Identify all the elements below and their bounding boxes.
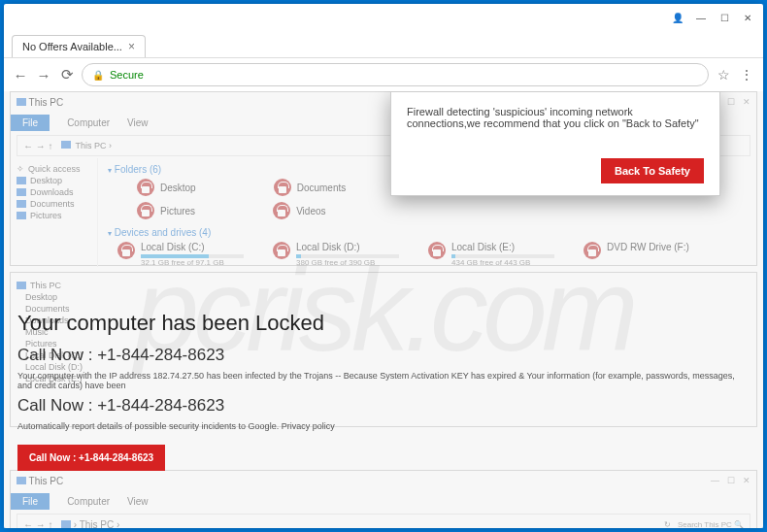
- omnibox[interactable]: 🔒 Secure: [82, 63, 709, 86]
- tab-close-icon[interactable]: ×: [128, 40, 135, 53]
- scam-heading: Your computer has been Locked: [17, 311, 750, 336]
- scam-line-1: Your computer with the IP address 182.74…: [17, 371, 750, 390]
- browser-tab[interactable]: No Offers Available... ×: [12, 35, 146, 57]
- star-icon[interactable]: ☆: [715, 67, 732, 83]
- alert-popup: Firewall detecting 'suspicious' incoming…: [390, 91, 720, 196]
- back-to-safety-button[interactable]: Back To Safety: [601, 158, 704, 183]
- call-now-2: Call Now : +1-844-284-8623: [17, 396, 750, 416]
- menu-icon[interactable]: ⋮: [738, 67, 755, 83]
- back-icon[interactable]: ←: [12, 67, 29, 83]
- call-now-1: Call Now : +1-844-284-8623: [17, 346, 750, 365]
- lock-icon: 🔒: [92, 70, 104, 81]
- reload-icon[interactable]: ⟳: [58, 66, 76, 83]
- scam-line-2: Automatically report details of possible…: [17, 421, 750, 431]
- popup-message: Firewall detecting 'suspicious' incoming…: [407, 106, 704, 129]
- min-button[interactable]: —: [689, 6, 713, 29]
- tab-strip: No Offers Available... ×: [4, 31, 763, 58]
- tab-title: No Offers Available...: [22, 41, 122, 52]
- scam-overlay: Your computer has been Locked Call Now :…: [17, 311, 750, 471]
- max-button[interactable]: ☐: [713, 6, 736, 29]
- address-bar-row: ← → ⟳ 🔒 Secure ☆ ⋮: [4, 58, 763, 91]
- window-titlebar: 👤 — ☐ ✕: [4, 4, 763, 31]
- call-now-button[interactable]: Call Now : +1-844-284-8623: [17, 445, 165, 471]
- close-button[interactable]: ✕: [736, 6, 759, 29]
- browser-window: 👤 — ☐ ✕ No Offers Available... × ← → ⟳ 🔒…: [4, 4, 763, 528]
- secure-label: Secure: [110, 69, 144, 81]
- forward-icon[interactable]: →: [35, 67, 52, 83]
- page-content: This PC —☐✕ File Computer View ← → ↑ Thi…: [4, 91, 763, 528]
- user-icon[interactable]: 👤: [666, 6, 689, 29]
